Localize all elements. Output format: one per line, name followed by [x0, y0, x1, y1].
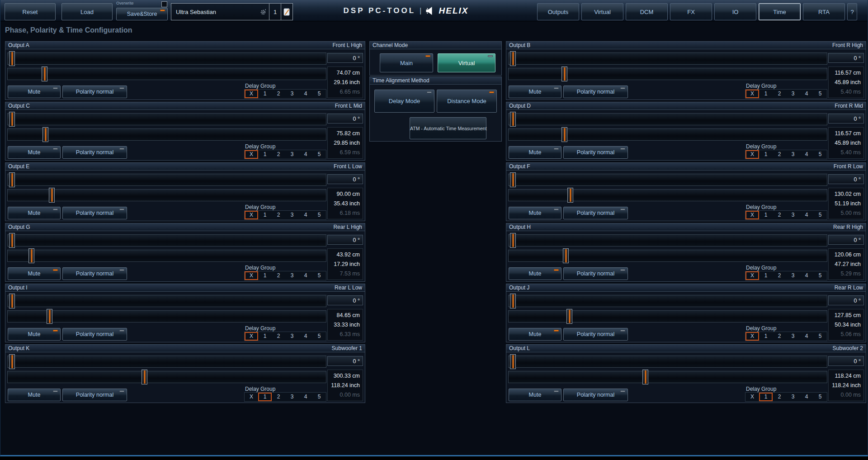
delay-group-button-2[interactable]: 2	[773, 393, 786, 401]
phase-value[interactable]: 0 °	[327, 295, 363, 305]
delay-group-button-5[interactable]: 5	[312, 332, 326, 341]
distance-slider-handle[interactable]	[28, 248, 34, 263]
delay-group-button-1[interactable]: 1	[759, 90, 773, 98]
phase-slider[interactable]	[7, 113, 326, 125]
distance-cm-value[interactable]: 43.92 cm	[328, 251, 360, 258]
distance-slider[interactable]	[508, 189, 827, 201]
distance-inch-value[interactable]: 118.24 inch	[328, 382, 360, 389]
delay-group-button-1[interactable]: 1	[258, 332, 272, 341]
phase-slider-handle[interactable]	[510, 112, 516, 127]
delay-group-button-3[interactable]: 3	[285, 271, 299, 280]
distance-inch-value[interactable]: 45.89 inch	[829, 140, 861, 146]
delay-group-button-x[interactable]: X	[245, 271, 258, 280]
channel-mode-main-button[interactable]: Main	[380, 53, 433, 72]
save-store-button[interactable]: Save&Store	[116, 8, 168, 20]
distance-slider-handle[interactable]	[561, 66, 567, 81]
phase-slider[interactable]	[508, 356, 827, 368]
tab-outputs[interactable]: Outputs	[537, 3, 579, 20]
phase-slider-handle[interactable]	[510, 294, 516, 308]
polarity-button[interactable]: Polarity normal	[563, 328, 628, 341]
mute-button[interactable]: Mute	[8, 328, 61, 341]
distance-cm-value[interactable]: 300.33 cm	[328, 373, 360, 379]
delay-group-button-4[interactable]: 4	[800, 90, 813, 98]
phase-value[interactable]: 0 °	[828, 235, 864, 245]
delay-group-button-5[interactable]: 5	[813, 150, 827, 159]
distance-inch-value[interactable]: 51.19 inch	[829, 200, 861, 207]
delay-group-button-x[interactable]: X	[745, 150, 759, 159]
delay-group-button-3[interactable]: 3	[786, 150, 800, 159]
delay-group-button-5[interactable]: 5	[813, 271, 827, 280]
delay-group-button-2[interactable]: 2	[272, 332, 285, 341]
delay-group-button-3[interactable]: 3	[786, 211, 800, 219]
phase-value[interactable]: 0 °	[327, 174, 363, 184]
mute-button[interactable]: Mute	[8, 389, 61, 401]
distance-slider[interactable]	[7, 371, 326, 383]
polarity-button[interactable]: Polarity normal	[62, 146, 127, 159]
delay-group-button-x[interactable]: X	[245, 393, 258, 401]
settings-gear-icon[interactable]	[257, 4, 269, 20]
phase-slider-handle[interactable]	[510, 354, 516, 369]
delay-group-button-5[interactable]: 5	[312, 393, 326, 401]
mute-button[interactable]: Mute	[509, 207, 561, 219]
delay-group-button-1[interactable]: 1	[759, 211, 773, 219]
tab-time[interactable]: Time	[759, 3, 801, 20]
distance-slider-handle[interactable]	[561, 127, 567, 142]
phase-slider-handle[interactable]	[9, 51, 15, 66]
phase-value[interactable]: 0 °	[828, 53, 864, 63]
delay-group-button-5[interactable]: 5	[312, 90, 326, 98]
distance-inch-value[interactable]: 118.24 inch	[829, 382, 861, 389]
distance-cm-value[interactable]: 75.82 cm	[328, 130, 360, 137]
distance-slider-handle[interactable]	[49, 188, 55, 203]
distance-inch-value[interactable]: 45.89 inch	[829, 79, 861, 85]
distance-inch-value[interactable]: 33.33 inch	[328, 322, 360, 328]
phase-slider-handle[interactable]	[510, 233, 516, 248]
mute-button[interactable]: Mute	[509, 389, 561, 401]
delay-group-button-4[interactable]: 4	[800, 211, 813, 219]
edit-note-icon[interactable]	[281, 4, 292, 20]
distance-slider[interactable]	[7, 310, 326, 322]
delay-group-button-1[interactable]: 1	[759, 150, 773, 159]
delay-group-button-5[interactable]: 5	[813, 393, 827, 401]
tab-rta[interactable]: RTA	[803, 3, 845, 20]
phase-value[interactable]: 0 °	[327, 53, 363, 63]
distance-cm-value[interactable]: 74.07 cm	[328, 70, 360, 76]
distance-inch-value[interactable]: 29.16 inch	[328, 79, 360, 85]
delay-group-button-4[interactable]: 4	[800, 332, 813, 341]
phase-slider[interactable]	[508, 234, 827, 247]
distance-cm-value[interactable]: 127.85 cm	[829, 312, 861, 318]
delay-group-button-3[interactable]: 3	[786, 271, 800, 280]
phase-value[interactable]: 0 °	[327, 235, 363, 245]
delay-group-button-2[interactable]: 2	[272, 90, 285, 98]
delay-group-button-2[interactable]: 2	[773, 211, 786, 219]
delay-group-button-x[interactable]: X	[245, 332, 258, 341]
polarity-button[interactable]: Polarity normal	[563, 207, 628, 219]
delay-group-button-5[interactable]: 5	[312, 271, 326, 280]
distance-slider-handle[interactable]	[142, 370, 147, 384]
distance-slider-handle[interactable]	[42, 127, 48, 142]
polarity-button[interactable]: Polarity normal	[563, 146, 628, 159]
delay-group-button-4[interactable]: 4	[299, 211, 312, 219]
distance-slider[interactable]	[508, 371, 827, 383]
distance-inch-value[interactable]: 29.85 inch	[328, 140, 360, 146]
delay-group-button-3[interactable]: 3	[285, 393, 299, 401]
delay-group-button-1[interactable]: 1	[258, 150, 272, 159]
delay-group-button-1[interactable]: 1	[759, 332, 773, 341]
distance-inch-value[interactable]: 17.29 inch	[328, 261, 360, 267]
delay-group-button-5[interactable]: 5	[813, 332, 827, 341]
polarity-button[interactable]: Polarity normal	[62, 267, 127, 280]
distance-cm-value[interactable]: 116.57 cm	[829, 70, 861, 76]
delay-group-button-x[interactable]: X	[245, 211, 258, 219]
tab-virtual[interactable]: Virtual	[581, 3, 623, 20]
delay-group-button-4[interactable]: 4	[800, 271, 813, 280]
delay-group-button-4[interactable]: 4	[299, 90, 312, 98]
distance-cm-value[interactable]: 118.24 cm	[829, 373, 861, 379]
distance-slider-handle[interactable]	[567, 188, 573, 203]
delay-group-button-5[interactable]: 5	[312, 150, 326, 159]
delay-group-button-2[interactable]: 2	[773, 271, 786, 280]
delay-group-button-2[interactable]: 2	[272, 271, 285, 280]
delay-group-button-4[interactable]: 4	[800, 150, 813, 159]
tab-fx[interactable]: FX	[670, 3, 712, 20]
delay-group-button-3[interactable]: 3	[786, 90, 800, 98]
overwrite-checkbox[interactable]	[161, 1, 167, 7]
delay-group-button-4[interactable]: 4	[299, 150, 312, 159]
